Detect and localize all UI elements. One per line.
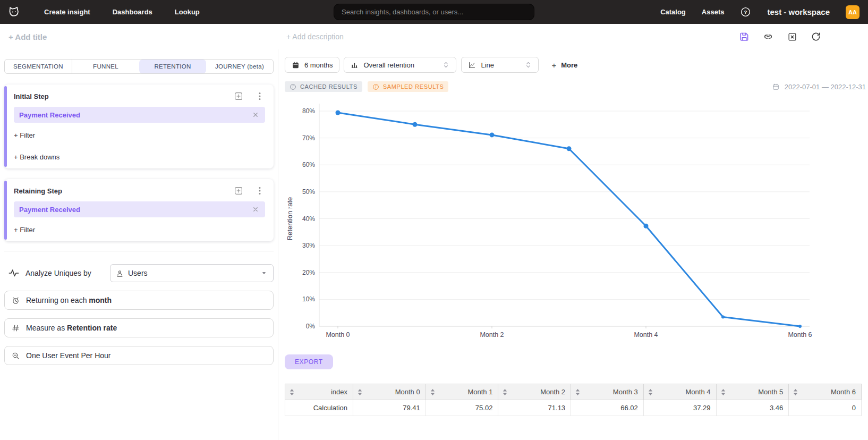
tab-retention[interactable]: RETENTION (139, 60, 206, 73)
stepper-icon (442, 61, 449, 69)
svg-text:20%: 20% (302, 269, 315, 276)
returning-period-option[interactable]: Returning on each month (4, 291, 274, 310)
nav-create-insight[interactable]: Create insight (44, 8, 90, 16)
calendar-icon (292, 61, 300, 69)
analyze-uniques-row: Analyze Uniques by Users (4, 264, 274, 282)
table-cell: 37.29 (643, 400, 716, 416)
column-header[interactable]: Month 6 (789, 384, 862, 400)
table-cell: 71.13 (498, 400, 571, 416)
retaining-step-card: Retaining Step Payment Received (4, 179, 274, 241)
info-icon (372, 83, 379, 90)
analyze-uniques-label: Analyze Uniques by (25, 269, 91, 277)
tab-journey[interactable]: JOURNEY (beta) (206, 60, 273, 73)
add-title-button[interactable]: + Add title (8, 32, 47, 41)
retention-type-select[interactable]: Overall retention (344, 57, 456, 73)
add-filter-button[interactable]: + Filter (14, 226, 35, 234)
retention-line-chart[interactable]: 0%10%20%30%40%50%60%70%80%Month 0Month 2… (285, 92, 868, 346)
activity-icon (8, 268, 19, 278)
remove-event-icon[interactable] (251, 205, 260, 214)
nav-assets[interactable]: Assets (702, 8, 725, 16)
sort-icon[interactable] (358, 389, 362, 395)
event-chip[interactable]: Payment Received (14, 107, 265, 123)
column-header[interactable]: Month 2 (498, 384, 571, 400)
svg-text:Month 6: Month 6 (788, 331, 812, 339)
column-header[interactable]: Month 4 (643, 384, 716, 400)
remove-event-icon[interactable] (251, 111, 260, 119)
nav-catalog[interactable]: Catalog (660, 8, 686, 16)
event-chip-label: Payment Received (19, 111, 251, 119)
column-header[interactable]: Month 1 (426, 384, 498, 400)
add-filter-button[interactable]: + Filter (14, 131, 35, 139)
bar-chart-icon (351, 61, 359, 69)
sort-icon[interactable] (648, 389, 653, 395)
add-breakdowns-button[interactable]: + Break downs (14, 153, 59, 161)
svg-text:30%: 30% (302, 242, 315, 249)
chart-type-value: Line (481, 61, 520, 69)
sort-icon[interactable] (793, 389, 798, 395)
table-cell: 75.02 (426, 400, 498, 416)
add-event-icon[interactable] (233, 185, 244, 196)
table-cell: Calculation (285, 400, 353, 416)
add-event-icon[interactable] (233, 91, 244, 101)
kebab-menu-icon[interactable] (254, 91, 265, 101)
kebab-menu-icon[interactable] (254, 185, 265, 196)
workspace-name[interactable]: test - workspace (767, 7, 830, 16)
clear-box-icon[interactable] (787, 31, 797, 42)
analyze-entity-select[interactable]: Users (110, 264, 274, 282)
insight-title-bar: + Add title + Add description (0, 24, 868, 49)
dedupe-option[interactable]: One User Event Per Hour (4, 346, 274, 365)
time-period-button[interactable]: 6 months (285, 57, 339, 73)
avatar[interactable]: AA (846, 5, 860, 19)
column-header-label: Month 6 (831, 388, 856, 396)
stepper-icon (525, 61, 532, 69)
export-button[interactable]: EXPORT (285, 354, 333, 369)
more-options-button[interactable]: + More (551, 61, 577, 70)
tab-funnel[interactable]: FUNNEL (72, 60, 139, 73)
sort-icon[interactable] (721, 389, 726, 395)
plus-icon: + (551, 61, 556, 70)
clock-icon (11, 296, 20, 305)
sort-icon[interactable] (290, 389, 294, 395)
column-header[interactable]: Month 3 (571, 384, 644, 400)
table-header-row: indexMonth 0Month 1Month 2Month 3Month 4… (285, 384, 862, 400)
nav-dashboards[interactable]: Dashboards (113, 8, 152, 16)
results-panel: 6 months Overall retention (278, 49, 868, 440)
svg-text:0%: 0% (306, 323, 316, 330)
chart-type-select[interactable]: Line (461, 57, 539, 73)
table-cell: 0 (789, 400, 862, 416)
nav-lookup[interactable]: Lookup (175, 8, 200, 16)
retention-type-value: Overall retention (363, 61, 438, 69)
sort-icon[interactable] (430, 389, 435, 395)
status-row: CACHED RESULTS SAMPLED RESULTS 2022-07-0… (285, 81, 868, 92)
cached-results-badge: CACHED RESULTS (285, 81, 362, 92)
event-chip-label: Payment Received (19, 206, 251, 214)
user-icon (116, 269, 124, 277)
app-logo-cat-icon[interactable] (7, 5, 22, 19)
info-icon (290, 83, 296, 90)
event-chip[interactable]: Payment Received (14, 201, 265, 217)
table-cell: 3.46 (716, 400, 789, 416)
column-header[interactable]: Month 0 (353, 384, 426, 400)
panel-divider (4, 251, 274, 251)
tab-segmentation[interactable]: SEGMENTATION (5, 60, 72, 73)
svg-text:70%: 70% (302, 134, 315, 142)
calendar-outline-icon (772, 83, 780, 91)
column-header-label: Month 4 (686, 388, 711, 396)
svg-text:Month 0: Month 0 (326, 331, 350, 339)
search-input[interactable] (334, 4, 534, 20)
column-header[interactable]: index (285, 384, 353, 400)
results-table: indexMonth 0Month 1Month 2Month 3Month 4… (285, 384, 862, 416)
column-header[interactable]: Month 5 (716, 384, 789, 400)
sort-icon[interactable] (575, 389, 580, 395)
returning-option-label: Returning on each (26, 296, 89, 304)
svg-text:?: ? (744, 9, 747, 15)
returning-period-value: month (89, 296, 112, 304)
sort-icon[interactable] (503, 389, 507, 395)
measure-as-option[interactable]: Measure as Retention rate (4, 318, 274, 337)
save-icon[interactable] (739, 31, 750, 42)
add-description-button[interactable]: + Add description (286, 32, 344, 41)
refresh-icon[interactable] (811, 31, 821, 42)
help-icon[interactable]: ? (740, 6, 751, 18)
link-icon[interactable] (763, 31, 773, 42)
line-chart-icon (468, 61, 476, 69)
